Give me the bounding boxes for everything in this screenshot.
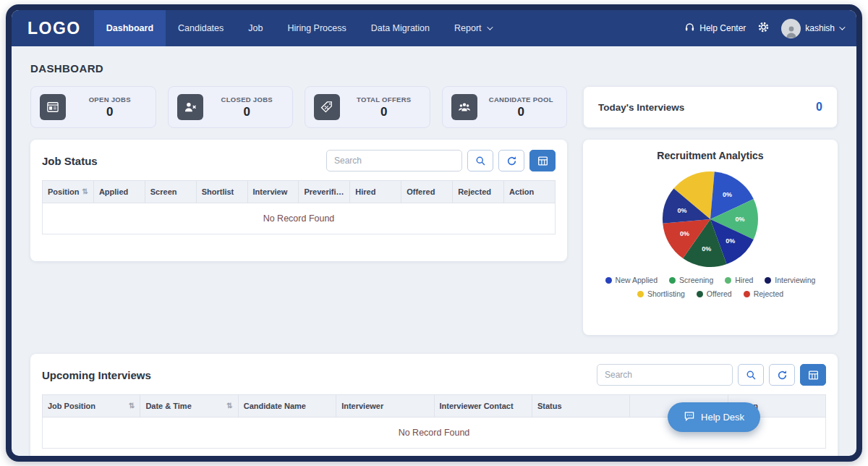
recruitment-pie-chart: 0%0%0%0%0%0%: [590, 163, 830, 273]
column-header-applied: Applied: [93, 181, 145, 203]
sort-icon[interactable]: ⇅: [226, 402, 232, 410]
refresh-button[interactable]: [769, 364, 795, 386]
stat-card-closed-jobs: CLOSED JOBS 0: [168, 86, 294, 128]
column-header-hired: Hired: [350, 181, 401, 203]
search-button[interactable]: [467, 150, 493, 171]
settings-button[interactable]: [757, 21, 770, 35]
column-header-position[interactable]: Position⇅: [43, 181, 94, 203]
legend-label: Shortlisting: [647, 289, 685, 298]
column-header-date-time[interactable]: Date & Time⇅: [140, 395, 238, 418]
legend-label: New Applied: [616, 276, 658, 284]
legend-dot: [765, 277, 771, 284]
sort-icon[interactable]: ⇅: [82, 187, 88, 195]
main-content: DASHBOARD OPEN JOBS 0: [12, 46, 856, 456]
legend-label: Rejected: [754, 289, 783, 298]
app-logo: LOGO: [27, 19, 81, 38]
job-status-toolbar: [326, 150, 556, 171]
legend-label: Offered: [707, 289, 732, 298]
grid-view-button[interactable]: [800, 364, 826, 386]
pie-slice-label: 0%: [677, 207, 686, 214]
legend-dot: [744, 291, 750, 297]
nav-item-label: Hiring Process: [287, 23, 346, 33]
legend-dot: [605, 277, 612, 284]
stat-label: CLOSED JOBS: [210, 96, 284, 103]
chat-icon: [684, 410, 695, 424]
refresh-button[interactable]: [498, 150, 524, 171]
legend-label: Interviewing: [775, 276, 815, 284]
stat-value: 0: [73, 105, 147, 119]
legend-item-screening: Screening: [669, 276, 713, 284]
stat-cards: OPEN JOBS 0 CLOSED JOBS 0: [30, 86, 567, 128]
pie-slice-label: 0%: [723, 191, 732, 198]
help-desk-label: Help Desk: [701, 412, 744, 423]
empty-row: No Record Found: [43, 203, 556, 234]
column-header-screen: Screen: [145, 181, 196, 203]
stat-value: 0: [485, 105, 558, 119]
nav-item-job[interactable]: Job: [236, 10, 275, 46]
legend-dot: [697, 291, 703, 297]
legend-label: Screening: [679, 276, 713, 284]
column-header-job-position[interactable]: Job Position⇅: [43, 395, 140, 418]
column-header-interviewer-contact: Interviewer Contact: [434, 395, 532, 418]
pie-slice-label: 0%: [735, 216, 744, 223]
nav-item-candidates[interactable]: Candidates: [166, 10, 236, 46]
stat-label: CANDIDATE POOL: [485, 96, 558, 103]
help-desk-button[interactable]: Help Desk: [668, 402, 760, 432]
column-header-action: Action: [504, 181, 556, 203]
user-menu[interactable]: kashish: [781, 19, 843, 38]
column-header-shortlist: Shortlist: [196, 181, 247, 203]
candidate-pool-icon: [451, 94, 477, 120]
column-header-status: Status: [532, 395, 629, 418]
nav-item-label: Job: [248, 23, 263, 33]
column-header-preverificati-: Preverificati...: [299, 181, 350, 203]
search-button[interactable]: [738, 364, 764, 386]
legend-item-offered: Offered: [697, 289, 732, 298]
nav-item-label: Candidates: [178, 23, 224, 33]
job-status-panel: Job Status Pos: [30, 140, 567, 261]
stat-card-total-offers: TOTAL OFFERS 0: [305, 86, 430, 128]
headset-icon: [684, 22, 695, 35]
gear-icon: [757, 21, 770, 35]
stat-label: TOTAL OFFERS: [347, 96, 421, 103]
chevron-down-icon: [839, 24, 845, 30]
page-title: DASHBOARD: [30, 62, 838, 75]
legend-item-hired: Hired: [725, 276, 753, 284]
upcoming-interviews-title: Upcoming Interviews: [42, 369, 151, 381]
stat-card-candidate-pool: CANDIDATE POOL 0: [442, 86, 568, 128]
nav-item-hiring-process[interactable]: Hiring Process: [275, 10, 358, 46]
no-record-text: No Record Found: [43, 203, 556, 234]
analytics-title: Recruitment Analytics: [590, 150, 830, 161]
app-window: LOGO DashboardCandidatesJobHiring Proces…: [6, 4, 862, 462]
legend-label: Hired: [735, 276, 753, 284]
nav-item-dashboard[interactable]: Dashboard: [94, 10, 166, 46]
column-header-candidate-name: Candidate Name: [238, 395, 336, 418]
help-center-link[interactable]: Help Center: [684, 22, 746, 35]
upcoming-search-input[interactable]: [597, 364, 733, 386]
avatar: [781, 19, 801, 38]
nav-item-data-migration[interactable]: Data Migration: [359, 10, 442, 46]
job-status-search-input[interactable]: [326, 150, 462, 171]
nav-item-label: Dashboard: [106, 23, 153, 33]
nav-item-report[interactable]: Report: [442, 10, 503, 46]
stat-card-open-jobs: OPEN JOBS 0: [30, 86, 156, 128]
grid-view-button[interactable]: [529, 150, 556, 171]
pie-slice-label: 0%: [680, 230, 689, 237]
legend-dot: [669, 277, 676, 284]
sort-icon[interactable]: ⇅: [129, 402, 135, 410]
todays-interviews-value: 0: [816, 101, 822, 114]
recruitment-analytics-panel: Recruitment Analytics 0%0%0%0%0%0% New A…: [583, 140, 838, 335]
todays-interviews-card: Today's Interviews 0: [583, 86, 838, 128]
closed-jobs-icon: [177, 94, 203, 120]
upcoming-toolbar: [597, 364, 826, 386]
total-offers-icon: [314, 94, 340, 120]
nav-item-label: Report: [454, 23, 482, 33]
legend-item-rejected: Rejected: [744, 289, 783, 298]
todays-interviews-label: Today's Interviews: [598, 102, 684, 113]
username: kashish: [805, 23, 835, 33]
column-header-offered: Offered: [401, 181, 453, 203]
pie-slice-label: 0%: [726, 237, 735, 245]
chevron-down-icon: [487, 24, 493, 30]
stat-label: OPEN JOBS: [73, 96, 147, 103]
nav-item-label: Data Migration: [371, 23, 430, 33]
column-header-interviewer: Interviewer: [336, 395, 434, 418]
